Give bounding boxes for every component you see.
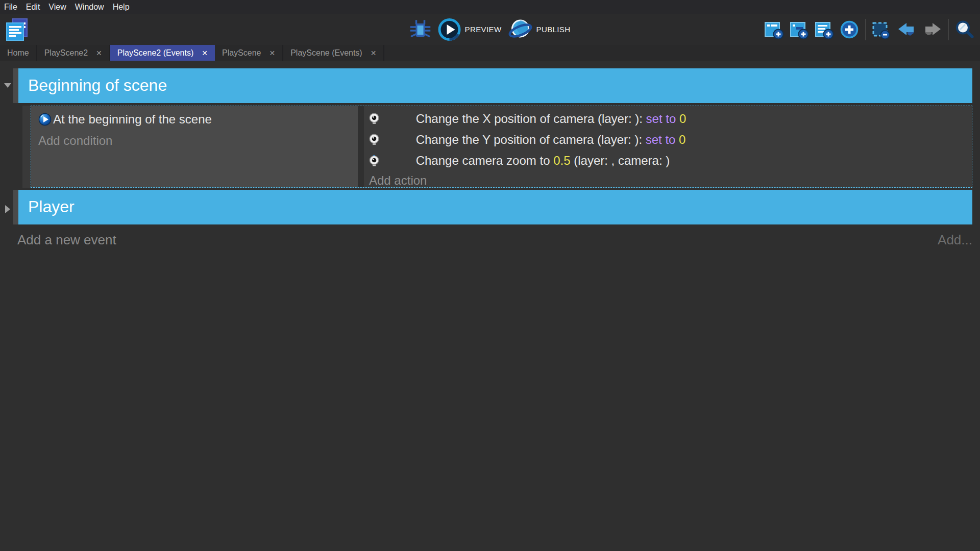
- condition-row[interactable]: At the beginning of the scene: [38, 109, 358, 130]
- menu-item-help[interactable]: Help: [113, 3, 130, 12]
- add-action-button[interactable]: Add action: [369, 173, 427, 188]
- menu-item-window[interactable]: Window: [75, 3, 104, 12]
- event-block[interactable]: At the beginning of the scene Add condit…: [31, 106, 972, 188]
- add-condition-button[interactable]: Add condition: [38, 134, 112, 148]
- toolbar-separator: [865, 19, 866, 40]
- camera-icon: [368, 113, 380, 125]
- toolbar-right-group: [764, 14, 975, 45]
- play-circle-icon: [438, 18, 461, 41]
- redo-icon[interactable]: [922, 19, 943, 40]
- project-manager-icon[interactable]: [5, 17, 30, 42]
- tab-close-icon[interactable]: ✕: [96, 49, 102, 57]
- tab-playscene-events[interactable]: PlayScene (Events) ✕: [283, 45, 384, 61]
- camera-icon: [368, 134, 380, 146]
- add-more-button[interactable]: Add...: [938, 232, 972, 248]
- events-sheet: Beginning of scene: [0, 61, 980, 551]
- menu-item-edit[interactable]: Edit: [26, 3, 40, 12]
- toolbar-center-group: PREVIEW PUBLISH: [410, 14, 571, 45]
- camera-zoom-icon: [368, 155, 380, 167]
- tab-label: PlayScene: [222, 48, 261, 58]
- add-new-event-button[interactable]: Add a new event: [17, 232, 116, 248]
- tab-label: PlayScene2: [44, 48, 88, 58]
- add-subevent-icon[interactable]: [789, 20, 808, 39]
- column-divider: [358, 106, 364, 187]
- preview-label: PREVIEW: [465, 25, 502, 34]
- menu-item-view[interactable]: View: [48, 3, 66, 12]
- condition-text: At the beginning of the scene: [53, 112, 212, 127]
- publish-planet-icon: [508, 17, 532, 42]
- tab-playscene2[interactable]: PlayScene2 ✕: [37, 45, 110, 61]
- expand-arrow-icon[interactable]: [5, 205, 10, 213]
- add-condition-row: Add condition: [38, 130, 358, 152]
- select-instructions-icon[interactable]: [871, 20, 891, 39]
- debug-bug-icon[interactable]: [410, 20, 431, 39]
- undo-icon[interactable]: [896, 19, 917, 40]
- event-indent-rail: [22, 106, 31, 188]
- toolbar-separator: [948, 19, 949, 40]
- add-circle-icon[interactable]: [839, 19, 860, 40]
- menu-bar: File Edit View Window Help: [0, 0, 980, 14]
- actions-column: Change the X position of camera (layer: …: [364, 106, 972, 187]
- tab-label: Home: [7, 48, 29, 58]
- add-event-row: Add a new event Add...: [0, 232, 980, 249]
- tab-label: PlayScene (Events): [290, 48, 362, 58]
- tab-label: PlayScene2 (Events): [117, 48, 193, 58]
- publish-button[interactable]: PUBLISH: [508, 17, 570, 42]
- group-strip: [13, 68, 18, 103]
- preview-button[interactable]: PREVIEW: [438, 18, 502, 41]
- tab-playscene[interactable]: PlayScene ✕: [215, 45, 283, 61]
- group-strip: [13, 190, 18, 224]
- toolbar: PREVIEW PUBLISH: [0, 14, 980, 45]
- menu-item-file[interactable]: File: [4, 3, 17, 12]
- collapse-arrow-icon[interactable]: [4, 83, 11, 88]
- tab-close-icon[interactable]: ✕: [371, 49, 377, 57]
- add-comment-icon[interactable]: [814, 20, 834, 39]
- group-header-player[interactable]: Player: [18, 190, 972, 224]
- conditions-column: At the beginning of the scene Add condit…: [31, 106, 358, 187]
- tab-home[interactable]: Home: [0, 45, 37, 61]
- scene-start-icon: [38, 113, 52, 126]
- tab-close-icon[interactable]: ✕: [269, 49, 275, 57]
- add-event-icon[interactable]: [764, 20, 783, 39]
- tab-bar: Home PlayScene2 ✕ PlayScene2 (Events) ✕ …: [0, 45, 980, 61]
- publish-label: PUBLISH: [536, 25, 570, 34]
- search-icon[interactable]: [954, 19, 975, 40]
- tab-playscene2-events[interactable]: PlayScene2 (Events) ✕: [110, 45, 215, 61]
- tab-close-icon[interactable]: ✕: [202, 49, 208, 57]
